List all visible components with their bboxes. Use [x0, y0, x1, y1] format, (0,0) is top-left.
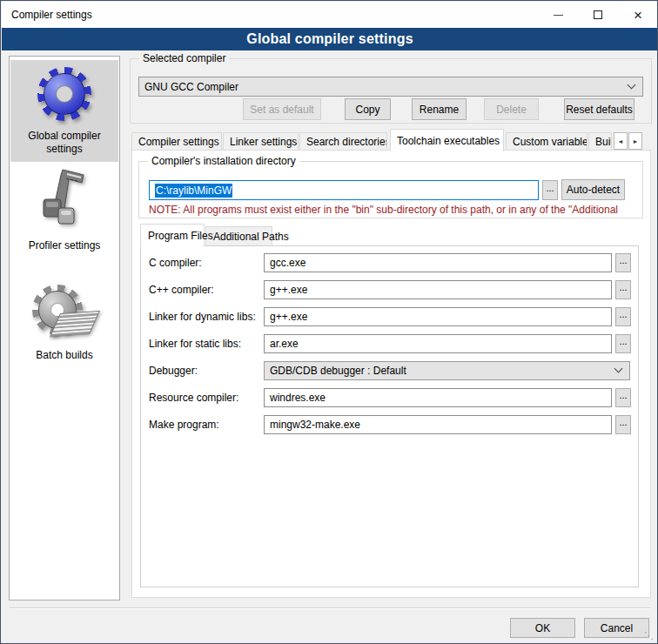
- sidebar-item-label: Global compiler settings: [19, 130, 110, 156]
- scroll-left-icon: ◄: [618, 138, 624, 144]
- linker-dynamic-browse-button[interactable]: ...: [615, 307, 631, 326]
- tab-custom-variables[interactable]: Custom variables: [506, 132, 588, 151]
- linker-dynamic-input[interactable]: g++.exe: [264, 307, 612, 326]
- dialog-banner: Global compiler settings: [2, 28, 658, 50]
- subtab-program-files[interactable]: Program Files: [140, 224, 205, 246]
- resize-grip[interactable]: ⋱: [644, 630, 654, 641]
- selected-compiler-legend: Selected compiler: [139, 52, 229, 64]
- tab-scroll-right-button[interactable]: ►: [628, 132, 642, 150]
- footer-divider: [10, 607, 650, 609]
- window-title: Compiler settings: [11, 9, 92, 21]
- c-compiler-label: C compiler:: [149, 257, 202, 269]
- cpp-compiler-label: C++ compiler:: [149, 284, 214, 296]
- ok-button[interactable]: OK: [510, 618, 575, 638]
- settings-category-list: Global compiler settings Profiler settin…: [9, 56, 120, 600]
- delete-button[interactable]: Delete: [484, 98, 539, 120]
- debugger-select[interactable]: GDB/CDB debugger : Default: [264, 361, 630, 380]
- caliper-icon: [37, 168, 92, 234]
- chevron-down-icon: [614, 365, 623, 373]
- compiler-select-value: GNU GCC Compiler: [144, 81, 238, 93]
- resource-compiler-input[interactable]: windres.exe: [264, 388, 612, 407]
- make-program-label: Make program:: [149, 419, 219, 431]
- tab-toolchain-executables[interactable]: Toolchain executables: [390, 129, 504, 151]
- sidebar-item-batch-builds[interactable]: Batch builds: [10, 281, 118, 365]
- maximize-icon: [594, 10, 602, 19]
- resource-compiler-label: Resource compiler:: [149, 392, 238, 404]
- rename-button[interactable]: Rename: [412, 98, 467, 120]
- bin-subdirectory-note: NOTE: All programs must exist either in …: [149, 204, 638, 216]
- tab-linker-settings[interactable]: Linker settings: [223, 132, 299, 151]
- cancel-button[interactable]: Cancel: [584, 618, 649, 638]
- linker-static-browse-button[interactable]: ...: [615, 334, 631, 353]
- compiler-select[interactable]: GNU GCC Compiler: [138, 77, 643, 97]
- selected-path-text: C:\raylib\MinGW: [155, 184, 232, 198]
- maximize-button[interactable]: [578, 2, 618, 28]
- close-button[interactable]: ×: [618, 2, 658, 28]
- copy-button[interactable]: Copy: [345, 98, 391, 120]
- sidebar-item-label: Batch builds: [19, 349, 110, 362]
- subtab-additional-paths[interactable]: Additional Paths: [205, 226, 272, 245]
- tab-build-truncated[interactable]: Build: [588, 132, 612, 151]
- cpp-compiler-input[interactable]: g++.exe: [264, 280, 612, 299]
- set-as-default-button[interactable]: Set as default: [243, 98, 321, 120]
- sidebar-item-global-compiler-settings[interactable]: Global compiler settings: [10, 60, 118, 162]
- compiler-settings-dialog: Compiler settings × Global compiler sett…: [0, 0, 658, 644]
- close-icon: ×: [634, 8, 642, 23]
- c-compiler-browse-button[interactable]: ...: [615, 253, 631, 272]
- minimize-icon: [554, 15, 563, 16]
- blue-gear-icon: [37, 67, 91, 121]
- sidebar-item-profiler-settings[interactable]: Profiler settings: [10, 166, 118, 258]
- titlebar[interactable]: Compiler settings ×: [2, 2, 658, 28]
- auto-detect-button[interactable]: Auto-detect: [561, 179, 625, 200]
- linker-static-label: Linker for static libs:: [149, 338, 241, 350]
- sidebar-item-label: Profiler settings: [19, 239, 110, 252]
- gray-gear-stack-icon: [25, 283, 104, 342]
- resource-compiler-browse-button[interactable]: ...: [615, 388, 631, 407]
- tab-search-directories[interactable]: Search directories: [299, 132, 387, 151]
- installation-directory-legend: Compiler's installation directory: [148, 155, 299, 167]
- make-program-browse-button[interactable]: ...: [615, 415, 631, 434]
- reset-defaults-button[interactable]: Reset defaults: [564, 98, 634, 120]
- linker-static-input[interactable]: ar.exe: [264, 334, 612, 353]
- tab-compiler-settings[interactable]: Compiler settings: [131, 132, 222, 151]
- make-program-input[interactable]: mingw32-make.exe: [264, 415, 612, 434]
- linker-dynamic-label: Linker for dynamic libs:: [149, 311, 256, 323]
- c-compiler-input[interactable]: gcc.exe: [264, 253, 612, 272]
- installation-directory-input[interactable]: C:\raylib\MinGW: [149, 180, 539, 200]
- cpp-compiler-browse-button[interactable]: ...: [615, 280, 631, 299]
- chevron-down-icon: [628, 80, 636, 89]
- minimize-button[interactable]: [538, 2, 578, 28]
- debugger-label: Debugger:: [149, 365, 198, 377]
- tab-scroll-left-button[interactable]: ◄: [614, 132, 628, 150]
- banner-title: Global compiler settings: [246, 31, 413, 47]
- directory-browse-button[interactable]: ...: [542, 180, 558, 200]
- scroll-right-icon: ►: [633, 138, 639, 144]
